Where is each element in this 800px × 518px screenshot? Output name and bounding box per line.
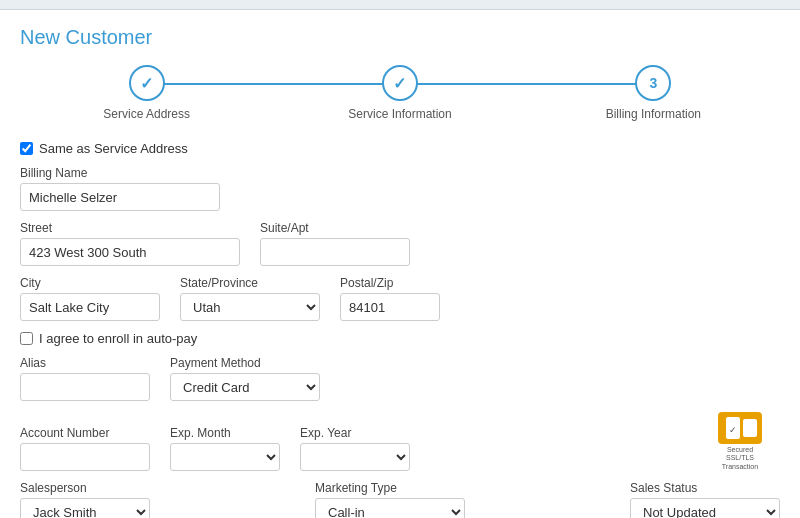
suite-field-group: Suite/Apt (260, 221, 410, 266)
exp-month-field-group: Exp. Month 010203 040506 070809 101112 (170, 426, 280, 471)
state-label: State/Province (180, 276, 320, 290)
top-bar (0, 0, 800, 10)
salesperson-label: Salesperson (20, 481, 150, 495)
step-circle-1: ✓ (129, 65, 165, 101)
suite-input[interactable] (260, 238, 410, 266)
street-row: Street Suite/Apt (20, 221, 780, 266)
city-row: City State/Province Utah California Neva… (20, 276, 780, 321)
state-field-group: State/Province Utah California Nevada (180, 276, 320, 321)
payment-method-field-group: Payment Method Credit Card Check ACH (170, 356, 320, 401)
stepper: ✓ Service Address ✓ Service Information … (20, 65, 780, 121)
street-field-group: Street (20, 221, 240, 266)
step-billing-information: 3 Billing Information (527, 65, 780, 121)
alias-field-group: Alias (20, 356, 150, 401)
alias-input[interactable] (20, 373, 150, 401)
exp-month-select[interactable]: 010203 040506 070809 101112 (170, 443, 280, 471)
salesperson-select[interactable]: Jack Smith Other (20, 498, 150, 518)
step-label-1: Service Address (103, 107, 190, 121)
exp-year-label: Exp. Year (300, 426, 410, 440)
page-title: New Customer (20, 26, 780, 49)
step-label-2: Service Information (348, 107, 451, 121)
billing-name-label: Billing Name (20, 166, 780, 180)
step-circle-3: 3 (635, 65, 671, 101)
autopay-label: I agree to enroll in auto-pay (39, 331, 197, 346)
sales-status-field-group: Sales Status Not Updated Updated Pending (630, 481, 780, 518)
marketing-field-group: Marketing Type Call-in Online Referral (315, 481, 465, 518)
check-icon-2: ✓ (393, 74, 406, 93)
billing-name-row (20, 183, 780, 211)
postal-field-group: Postal/Zip (340, 276, 440, 321)
billing-name-section: Billing Name (20, 166, 780, 211)
account-number-field-group: Account Number (20, 426, 150, 471)
account-row: Account Number Exp. Month 010203 040506 … (20, 411, 780, 471)
step-service-address: ✓ Service Address (20, 65, 273, 121)
city-input[interactable] (20, 293, 160, 321)
postal-input[interactable] (340, 293, 440, 321)
same-as-service-row: Same as Service Address (20, 141, 780, 156)
lock-body: ✓ (718, 412, 762, 444)
lock-keyhole-icon: ✓ (723, 417, 743, 439)
salesperson-field-group: Salesperson Jack Smith Other (20, 481, 150, 518)
sales-status-label: Sales Status (630, 481, 780, 495)
secure-badge-text: SecuredSSL/TLSTransaction (722, 446, 758, 471)
payment-area: Alias Payment Method Credit Card Check A… (20, 356, 780, 401)
street-input[interactable] (20, 238, 240, 266)
same-as-service-label: Same as Service Address (39, 141, 188, 156)
suite-label: Suite/Apt (260, 221, 410, 235)
main-content: New Customer ✓ Service Address ✓ Service… (0, 10, 800, 518)
payment-method-label: Payment Method (170, 356, 320, 370)
account-number-input[interactable] (20, 443, 150, 471)
postal-label: Postal/Zip (340, 276, 440, 290)
step-service-information: ✓ Service Information (273, 65, 526, 121)
step-circle-2: ✓ (382, 65, 418, 101)
lock-icon: ✓ (704, 411, 776, 444)
payment-method-select[interactable]: Credit Card Check ACH (170, 373, 320, 401)
billing-name-input[interactable] (20, 183, 220, 211)
city-field-group: City (20, 276, 160, 321)
same-as-service-checkbox[interactable] (20, 142, 33, 155)
autopay-checkbox[interactable] (20, 332, 33, 345)
marketing-select[interactable]: Call-in Online Referral (315, 498, 465, 518)
street-label: Street (20, 221, 240, 235)
city-label: City (20, 276, 160, 290)
page-wrapper: New Customer ✓ Service Address ✓ Service… (0, 0, 800, 518)
check-icon-1: ✓ (140, 74, 153, 93)
alias-label: Alias (20, 356, 150, 370)
account-number-label: Account Number (20, 426, 150, 440)
autopay-row: I agree to enroll in auto-pay (20, 331, 780, 346)
salesperson-row: Salesperson Jack Smith Other Marketing T… (20, 481, 780, 518)
exp-year-select[interactable]: 202420252026 202720282029 (300, 443, 410, 471)
step-number-3: 3 (649, 75, 657, 91)
secure-badge: ✓ SecuredSSL/TLSTransaction (700, 411, 780, 471)
svg-text:✓: ✓ (729, 425, 737, 435)
exp-month-label: Exp. Month (170, 426, 280, 440)
exp-year-field-group: Exp. Year 202420252026 202720282029 (300, 426, 410, 471)
marketing-label: Marketing Type (315, 481, 465, 495)
state-select[interactable]: Utah California Nevada (180, 293, 320, 321)
sales-status-select[interactable]: Not Updated Updated Pending (630, 498, 780, 518)
step-label-3: Billing Information (606, 107, 701, 121)
